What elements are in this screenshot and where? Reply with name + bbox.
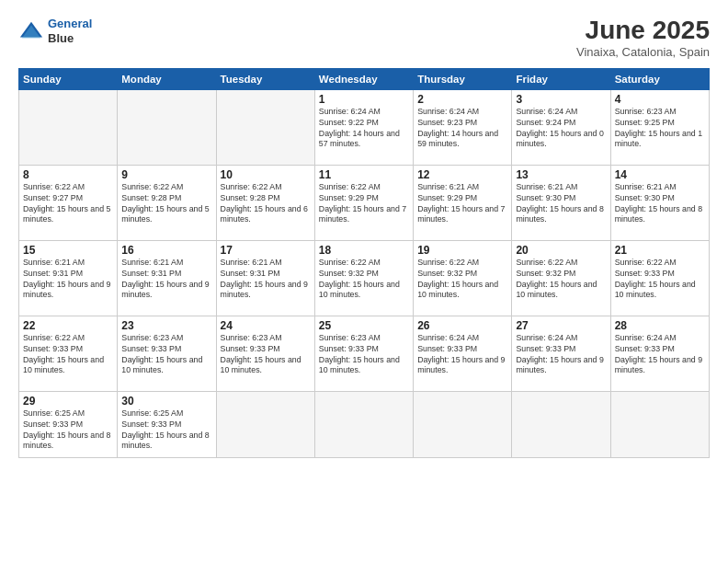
table-row: 14 Sunrise: 6:21 AMSunset: 9:30 PMDaylig… <box>610 165 709 240</box>
day-number: 2 <box>417 93 507 106</box>
day-number: 12 <box>417 168 507 181</box>
table-row <box>216 391 314 457</box>
calendar-week-row: 1 Sunrise: 6:24 AMSunset: 9:22 PMDayligh… <box>19 89 710 165</box>
table-row: 16 Sunrise: 6:21 AMSunset: 9:31 PMDaylig… <box>118 240 216 316</box>
table-row: 4 Sunrise: 6:23 AMSunset: 9:25 PMDayligh… <box>610 89 709 165</box>
table-row: 19 Sunrise: 6:22 AMSunset: 9:32 PMDaylig… <box>414 240 512 316</box>
table-row: 3 Sunrise: 6:24 AMSunset: 9:24 PMDayligh… <box>512 89 610 165</box>
day-number: 26 <box>417 319 507 332</box>
day-number: 29 <box>23 395 113 408</box>
table-row <box>610 391 709 457</box>
day-number: 17 <box>221 244 311 257</box>
header-friday: Friday <box>512 68 610 89</box>
header-thursday: Thursday <box>414 68 512 89</box>
table-row <box>414 391 512 457</box>
day-info: Sunrise: 6:22 AMSunset: 9:28 PMDaylight:… <box>221 182 311 226</box>
table-row: 15 Sunrise: 6:21 AMSunset: 9:31 PMDaylig… <box>19 240 118 316</box>
day-info: Sunrise: 6:22 AMSunset: 9:33 PMDaylight:… <box>23 333 113 377</box>
table-row: 10 Sunrise: 6:22 AMSunset: 9:28 PMDaylig… <box>216 165 314 240</box>
day-number: 9 <box>121 168 211 181</box>
table-row: 21 Sunrise: 6:22 AMSunset: 9:33 PMDaylig… <box>610 240 709 316</box>
day-info: Sunrise: 6:22 AMSunset: 9:33 PMDaylight:… <box>615 258 705 302</box>
day-info: Sunrise: 6:25 AMSunset: 9:33 PMDaylight:… <box>23 408 113 453</box>
day-number: 21 <box>615 244 705 257</box>
table-row: 29 Sunrise: 6:25 AMSunset: 9:33 PMDaylig… <box>19 391 118 457</box>
day-number: 13 <box>516 168 606 181</box>
day-info: Sunrise: 6:21 AMSunset: 9:31 PMDaylight:… <box>221 258 311 302</box>
table-row: 23 Sunrise: 6:23 AMSunset: 9:33 PMDaylig… <box>118 316 216 391</box>
logo: General Blue <box>18 17 92 45</box>
calendar-header-row: Sunday Monday Tuesday Wednesday Thursday… <box>19 68 710 89</box>
day-number: 28 <box>615 319 705 332</box>
day-info: Sunrise: 6:24 AMSunset: 9:33 PMDaylight:… <box>516 333 606 377</box>
day-info: Sunrise: 6:21 AMSunset: 9:30 PMDaylight:… <box>516 182 606 226</box>
day-number: 27 <box>516 319 606 332</box>
table-row: 24 Sunrise: 6:23 AMSunset: 9:33 PMDaylig… <box>216 316 314 391</box>
day-info: Sunrise: 6:22 AMSunset: 9:32 PMDaylight:… <box>319 258 409 302</box>
table-row: 22 Sunrise: 6:22 AMSunset: 9:33 PMDaylig… <box>19 316 118 391</box>
day-number: 14 <box>615 168 705 181</box>
day-info: Sunrise: 6:22 AMSunset: 9:28 PMDaylight:… <box>121 182 211 226</box>
calendar-week-row: 15 Sunrise: 6:21 AMSunset: 9:31 PMDaylig… <box>19 240 710 316</box>
table-row: 2 Sunrise: 6:24 AMSunset: 9:23 PMDayligh… <box>414 89 512 165</box>
header-tuesday: Tuesday <box>216 68 314 89</box>
table-row <box>216 89 314 165</box>
table-row <box>118 89 216 165</box>
day-number: 18 <box>319 244 409 257</box>
table-row: 12 Sunrise: 6:21 AMSunset: 9:29 PMDaylig… <box>414 165 512 240</box>
table-row: 11 Sunrise: 6:22 AMSunset: 9:29 PMDaylig… <box>314 165 413 240</box>
title-block: June 2025 Vinaixa, Catalonia, Spain <box>576 17 710 59</box>
day-number: 30 <box>121 395 211 408</box>
day-number: 1 <box>319 93 409 106</box>
page: General Blue June 2025 Vinaixa, Cataloni… <box>0 0 728 563</box>
day-info: Sunrise: 6:25 AMSunset: 9:33 PMDaylight:… <box>121 408 211 453</box>
day-info: Sunrise: 6:23 AMSunset: 9:25 PMDaylight:… <box>615 107 705 151</box>
day-number: 8 <box>23 168 113 181</box>
day-info: Sunrise: 6:22 AMSunset: 9:29 PMDaylight:… <box>319 182 409 226</box>
day-info: Sunrise: 6:24 AMSunset: 9:33 PMDaylight:… <box>417 333 507 377</box>
table-row: 30 Sunrise: 6:25 AMSunset: 9:33 PMDaylig… <box>118 391 216 457</box>
table-row <box>512 391 610 457</box>
day-info: Sunrise: 6:22 AMSunset: 9:27 PMDaylight:… <box>23 182 113 226</box>
day-info: Sunrise: 6:24 AMSunset: 9:23 PMDaylight:… <box>417 107 507 151</box>
table-row <box>19 89 118 165</box>
day-info: Sunrise: 6:21 AMSunset: 9:31 PMDaylight:… <box>121 258 211 302</box>
day-number: 11 <box>319 168 409 181</box>
day-number: 23 <box>121 319 211 332</box>
table-row: 9 Sunrise: 6:22 AMSunset: 9:28 PMDayligh… <box>118 165 216 240</box>
logo-text: General Blue <box>48 17 92 45</box>
table-row: 1 Sunrise: 6:24 AMSunset: 9:22 PMDayligh… <box>314 89 413 165</box>
day-number: 3 <box>516 93 606 106</box>
month-title: June 2025 <box>576 17 710 45</box>
day-info: Sunrise: 6:22 AMSunset: 9:32 PMDaylight:… <box>516 258 606 302</box>
table-row: 8 Sunrise: 6:22 AMSunset: 9:27 PMDayligh… <box>19 165 118 240</box>
day-info: Sunrise: 6:21 AMSunset: 9:29 PMDaylight:… <box>417 182 507 226</box>
day-number: 24 <box>221 319 311 332</box>
calendar-table: Sunday Monday Tuesday Wednesday Thursday… <box>18 68 710 458</box>
table-row: 25 Sunrise: 6:23 AMSunset: 9:33 PMDaylig… <box>314 316 413 391</box>
table-row: 27 Sunrise: 6:24 AMSunset: 9:33 PMDaylig… <box>512 316 610 391</box>
table-row: 26 Sunrise: 6:24 AMSunset: 9:33 PMDaylig… <box>414 316 512 391</box>
day-number: 22 <box>23 319 113 332</box>
table-row: 28 Sunrise: 6:24 AMSunset: 9:33 PMDaylig… <box>610 316 709 391</box>
day-info: Sunrise: 6:21 AMSunset: 9:30 PMDaylight:… <box>615 182 705 226</box>
table-row <box>314 391 413 457</box>
header-wednesday: Wednesday <box>314 68 413 89</box>
table-row: 20 Sunrise: 6:22 AMSunset: 9:32 PMDaylig… <box>512 240 610 316</box>
day-info: Sunrise: 6:24 AMSunset: 9:24 PMDaylight:… <box>516 107 606 151</box>
table-row: 17 Sunrise: 6:21 AMSunset: 9:31 PMDaylig… <box>216 240 314 316</box>
day-info: Sunrise: 6:21 AMSunset: 9:31 PMDaylight:… <box>23 258 113 302</box>
calendar-week-row: 8 Sunrise: 6:22 AMSunset: 9:27 PMDayligh… <box>19 165 710 240</box>
day-info: Sunrise: 6:23 AMSunset: 9:33 PMDaylight:… <box>221 333 311 377</box>
location-subtitle: Vinaixa, Catalonia, Spain <box>576 45 710 59</box>
calendar-week-row: 29 Sunrise: 6:25 AMSunset: 9:33 PMDaylig… <box>19 391 710 457</box>
header-monday: Monday <box>118 68 216 89</box>
day-info: Sunrise: 6:23 AMSunset: 9:33 PMDaylight:… <box>319 333 409 377</box>
day-number: 15 <box>23 244 113 257</box>
day-info: Sunrise: 6:23 AMSunset: 9:33 PMDaylight:… <box>121 333 211 377</box>
day-info: Sunrise: 6:24 AMSunset: 9:33 PMDaylight:… <box>615 333 705 377</box>
header-saturday: Saturday <box>610 68 709 89</box>
logo-icon <box>18 18 44 44</box>
day-info: Sunrise: 6:24 AMSunset: 9:22 PMDaylight:… <box>319 107 409 151</box>
day-info: Sunrise: 6:22 AMSunset: 9:32 PMDaylight:… <box>417 258 507 302</box>
